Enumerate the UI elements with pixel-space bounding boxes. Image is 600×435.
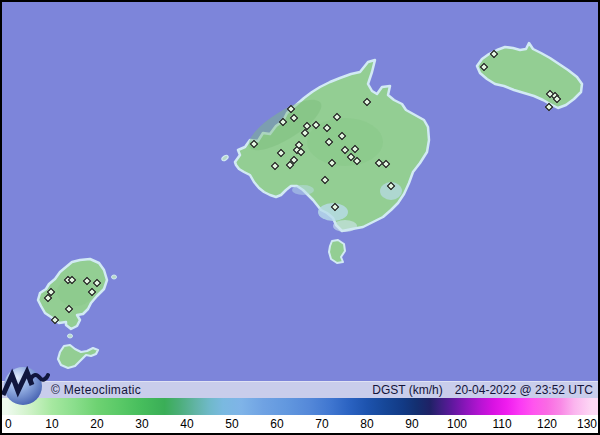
info-bar: © Meteoclimatic DGST (km/h) 20-04-2022 @… — [2, 381, 598, 398]
meteoclimatic-logo[interactable] — [2, 362, 50, 408]
scale-tick: 100 — [447, 417, 467, 431]
scale-tick: 60 — [270, 417, 283, 431]
islands-svg — [2, 2, 598, 381]
scale-tick: 30 — [135, 417, 148, 431]
metric-label: DGST (km/h) — [372, 383, 442, 397]
scale-tick-labels: 0102030405060708090100110120130 — [2, 415, 598, 433]
scale-tick: 50 — [225, 417, 238, 431]
island-cabrera — [329, 240, 345, 263]
scale-tick: 70 — [315, 417, 328, 431]
scale-tick: 110 — [492, 417, 511, 431]
islet-espalmador — [68, 334, 73, 338]
map-area[interactable] — [2, 2, 598, 381]
color-scale-gradient — [2, 398, 598, 415]
weather-map-frame: © Meteoclimatic DGST (km/h) 20-04-2022 @… — [0, 0, 600, 435]
island-formentera — [58, 345, 98, 368]
scale-tick: 10 — [45, 417, 58, 431]
gust-patch — [292, 185, 314, 195]
scale-tick: 20 — [90, 417, 103, 431]
gust-patch — [333, 220, 357, 232]
datetime-label: 20-04-2022 @ 23:52 UTC — [455, 383, 593, 397]
scale-tick: 90 — [405, 417, 418, 431]
copyright-label: © Meteoclimatic — [51, 383, 141, 397]
islet-tagomago — [112, 275, 117, 279]
scale-tick: 120 — [537, 417, 557, 431]
scale-tick: 40 — [180, 417, 193, 431]
islet-sa-dragonera — [221, 154, 229, 161]
scale-tick: 0 — [5, 417, 12, 431]
scale-tick: 80 — [360, 417, 373, 431]
scale-tick: 130 — [577, 417, 597, 431]
